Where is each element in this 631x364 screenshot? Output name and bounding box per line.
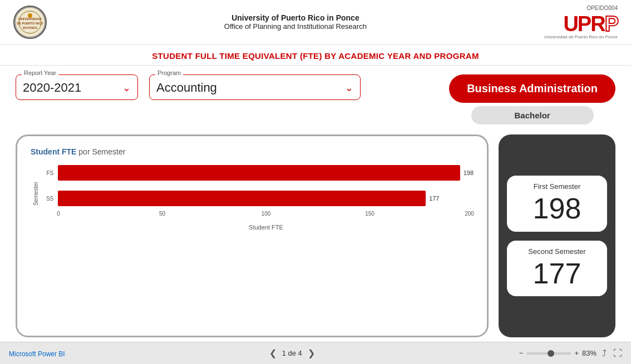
x-tick-150: 150 bbox=[365, 211, 374, 217]
x-tick-100: 100 bbox=[262, 211, 271, 217]
second-semester-value: 177 bbox=[518, 258, 596, 290]
bar-value-ss: 177 bbox=[429, 195, 439, 202]
page-current: 1 bbox=[282, 349, 286, 357]
chart-inner: Semester FS 198 bbox=[31, 165, 474, 327]
uprp-logo: UPRP bbox=[563, 13, 618, 34]
zoom-thumb[interactable] bbox=[548, 350, 554, 357]
chart-panel: Student FTE por Semester Semester FS bbox=[16, 134, 489, 337]
header: UNIVERSIDAD DE PUERTO RICO EN PONCE Univ… bbox=[0, 0, 631, 44]
bar-label-fs: FS bbox=[43, 170, 53, 176]
share-icon[interactable]: ⤴ bbox=[602, 348, 607, 358]
x-ticks-row: 0 50 100 150 200 bbox=[58, 211, 474, 222]
stats-panel: First Semester 198 Second Semester 177 bbox=[499, 134, 615, 337]
footer-right: − + 83% ⤴ ⛶ bbox=[519, 348, 622, 358]
bar-chart: FS 198 SS 177 bbox=[43, 165, 474, 206]
bar-outer-fs: 198 bbox=[58, 165, 474, 181]
main-title-bar: STUDENT FULL TIME EQUIVALENT (FTE) BY AC… bbox=[0, 44, 631, 66]
next-page-button[interactable]: ❯ bbox=[308, 348, 315, 358]
second-semester-box: Second Semester 177 bbox=[507, 241, 607, 296]
page-indicator: 1 de 4 bbox=[282, 349, 302, 357]
report-year-chevron-icon[interactable]: ⌄ bbox=[122, 82, 131, 94]
institution-logo: UNIVERSIDAD DE PUERTO RICO EN PONCE bbox=[13, 6, 47, 39]
content-area: Report Year 2020-2021 ⌄ Program Accounti… bbox=[0, 66, 631, 342]
fullscreen-icon[interactable]: ⛶ bbox=[613, 348, 622, 358]
bar-label-ss: SS bbox=[43, 196, 53, 202]
footer-left[interactable]: Microsoft Power BI bbox=[9, 348, 65, 358]
chart-title-fte: Student FTE bbox=[31, 147, 76, 156]
zoom-control[interactable]: − + 83% bbox=[519, 349, 597, 357]
page-total: 4 bbox=[298, 349, 302, 357]
program-badge-area: Business Administration Bachelor bbox=[449, 74, 615, 124]
uprp-p-letter: P bbox=[605, 12, 618, 36]
prev-page-button[interactable]: ❮ bbox=[269, 348, 277, 358]
opeido-code: OPEIDO004 bbox=[586, 5, 618, 11]
chart-area: Semester FS 198 bbox=[31, 165, 474, 327]
zoom-percent: 83% bbox=[582, 349, 597, 357]
report-year-label: Report Year bbox=[22, 69, 58, 76]
bar-value-fs: 198 bbox=[464, 169, 474, 176]
uprp-logo-block: OPEIDO004 UPRP Universidad de Puerto Ric… bbox=[544, 5, 618, 39]
page-title: STUDENT FULL TIME EQUIVALENT (FTE) BY AC… bbox=[0, 51, 631, 61]
degree-badge: Bachelor bbox=[471, 106, 594, 124]
charts-row: Student FTE por Semester Semester FS bbox=[16, 134, 615, 337]
program-value-row[interactable]: Accounting ⌄ bbox=[156, 77, 353, 95]
svg-text:DE PUERTO RICO: DE PUERTO RICO bbox=[17, 22, 43, 25]
x-tick-0: 0 bbox=[57, 211, 60, 217]
header-title-block: University of Puerto Rico in Ponce Offic… bbox=[47, 13, 544, 31]
y-axis-label: Semester bbox=[31, 165, 41, 206]
page-separator: de bbox=[288, 349, 298, 357]
svg-text:EN PONCE: EN PONCE bbox=[23, 26, 38, 29]
bar-row-ss: SS 177 bbox=[43, 191, 474, 206]
zoom-minus-icon[interactable]: − bbox=[519, 349, 524, 357]
institution-name-line1: University of Puerto Rico in Ponce bbox=[47, 13, 544, 22]
program-value: Accounting bbox=[156, 81, 217, 95]
footer-center: ❮ 1 de 4 ❯ bbox=[269, 348, 315, 358]
program-label: Program bbox=[155, 69, 183, 76]
power-bi-link[interactable]: Microsoft Power BI bbox=[9, 350, 65, 358]
program-name-badge: Business Administration bbox=[449, 74, 615, 103]
chart-title-rest: por Semester bbox=[78, 147, 125, 156]
svg-point-5 bbox=[28, 13, 32, 18]
report-year-value: 2020-2021 bbox=[23, 81, 81, 95]
filters-row: Report Year 2020-2021 ⌄ Program Accounti… bbox=[16, 74, 615, 124]
program-chevron-icon[interactable]: ⌄ bbox=[345, 82, 353, 94]
x-tick-50: 50 bbox=[159, 211, 165, 217]
footer-icons: ⤴ ⛶ bbox=[602, 348, 622, 358]
program-filter[interactable]: Program Accounting ⌄ bbox=[149, 74, 361, 100]
first-semester-value: 198 bbox=[518, 193, 596, 225]
zoom-slider[interactable] bbox=[526, 352, 571, 355]
institution-name-line2: Office of Planning and Institutional Res… bbox=[47, 22, 544, 31]
chart-title: Student FTE por Semester bbox=[31, 147, 474, 156]
x-axis-label: Student FTE bbox=[58, 224, 474, 231]
bar-fill-ss bbox=[58, 191, 426, 206]
report-year-value-row[interactable]: 2020-2021 ⌄ bbox=[23, 77, 131, 95]
uprp-upr-letters: UPR bbox=[563, 12, 604, 36]
bar-row-fs: FS 198 bbox=[43, 165, 474, 181]
x-tick-200: 200 bbox=[465, 211, 474, 217]
bar-outer-ss: 177 bbox=[58, 191, 474, 206]
bars-and-xaxis: FS 198 SS 177 bbox=[43, 165, 474, 231]
bar-fill-fs bbox=[58, 165, 460, 181]
first-semester-label: First Semester bbox=[518, 182, 596, 191]
first-semester-box: First Semester 198 bbox=[507, 176, 607, 231]
zoom-plus-icon[interactable]: + bbox=[574, 349, 579, 357]
report-year-filter[interactable]: Report Year 2020-2021 ⌄ bbox=[16, 74, 138, 100]
second-semester-label: Second Semester bbox=[518, 247, 596, 256]
footer: Microsoft Power BI ❮ 1 de 4 ❯ − + 83% ⤴ … bbox=[0, 342, 631, 364]
uprp-tagline: Universidad de Puerto Rico en Ponce bbox=[544, 34, 618, 39]
